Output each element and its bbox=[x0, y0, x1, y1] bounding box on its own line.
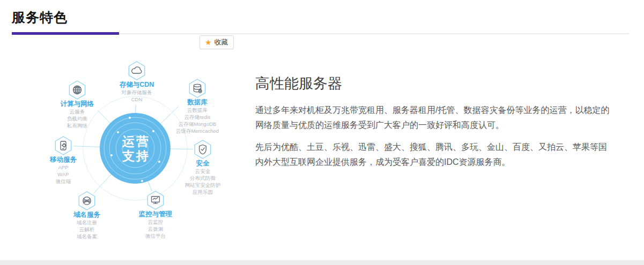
favorite-label: 收藏 bbox=[214, 37, 228, 47]
node-item: 云数据库 bbox=[187, 107, 208, 113]
page-title: 服务特色 bbox=[12, 9, 632, 26]
node-item: 应用乐园 bbox=[193, 189, 213, 195]
center-circle bbox=[100, 113, 171, 184]
diagram-node-monitoring: 监控与管理 云监控 云拨测 微信平台 bbox=[139, 191, 173, 239]
node-item: 微信平台 bbox=[145, 233, 166, 239]
hexagon bbox=[195, 140, 210, 158]
node-item: 云服务 bbox=[70, 109, 85, 115]
center-hub: 运营 支持 bbox=[100, 113, 171, 184]
node-item: 微信端 bbox=[56, 178, 71, 184]
node-label: 存储与CDN bbox=[119, 81, 154, 88]
node-item: 云监控 bbox=[148, 219, 164, 225]
diagram-node-computing-network: 计算与网络 云服务 负载均衡 私有网络 bbox=[60, 81, 94, 128]
diagram-node-security: 安全 云安全 分布式防御 网站宝安全防护 应用乐园 bbox=[185, 140, 221, 195]
diagram-node-storage-cdn: 存储与CDN 对象存储服务 CDN bbox=[119, 62, 154, 102]
diagram-node-mobile: 移动服务 APP WAP 微信端 bbox=[49, 137, 77, 184]
service-diagram: 运营 支持 计算与网络 云服务 负载均衡 私有网络 存储与CDN 对象存储服务 … bbox=[30, 52, 255, 259]
hexagon bbox=[189, 79, 205, 97]
node-item: 云存储redis bbox=[184, 114, 210, 120]
favorite-button[interactable]: ★ 收藏 bbox=[199, 35, 234, 49]
node-item: 网站宝安全防护 bbox=[185, 182, 221, 188]
feature-paragraph-2: 先后为优酷、土豆、乐视、迅雷、盛大、搜狐、腾讯、多玩、金山、百度、又拍云、苹果等… bbox=[255, 140, 612, 169]
star-icon: ★ bbox=[205, 39, 212, 46]
bottom-divider bbox=[0, 260, 644, 265]
center-label-line1: 运营 bbox=[122, 134, 150, 148]
hexagon bbox=[129, 62, 144, 80]
section-header: 服务特色 bbox=[0, 0, 644, 35]
title-underline bbox=[12, 32, 632, 35]
node-label: 移动服务 bbox=[49, 156, 77, 163]
node-item: WAP bbox=[57, 171, 69, 177]
title-underline-track bbox=[119, 33, 629, 34]
hexagon bbox=[147, 191, 163, 209]
node-item: 私有网络 bbox=[66, 123, 88, 128]
node-item: 域名注册 bbox=[76, 219, 97, 225]
node-label: 计算与网络 bbox=[60, 100, 94, 108]
node-item: 域名备案 bbox=[76, 233, 98, 239]
hexagon bbox=[55, 137, 71, 155]
title-underline-accent bbox=[12, 32, 119, 35]
node-label: 域名服务 bbox=[73, 211, 101, 218]
node-item: 云缓存Memcached bbox=[176, 128, 219, 134]
node-label: 数据库 bbox=[187, 99, 208, 106]
node-item: APP bbox=[58, 164, 68, 170]
node-item: CDN bbox=[131, 96, 143, 102]
node-item: 云安全 bbox=[195, 168, 211, 174]
feature-heading: 高性能服务器 bbox=[255, 74, 612, 93]
globe-grid-icon bbox=[73, 86, 82, 94]
node-label: 监控与管理 bbox=[139, 210, 173, 218]
feature-paragraph-1: 通过多年来对机柜及万兆带宽租用、服务器租用/托管、数据容灾备份等业务的运营，以稳… bbox=[255, 103, 612, 132]
diagram-node-domain: www 域名服务 域名注册 云解析 域名备案 bbox=[73, 192, 101, 239]
node-item: 负载均衡 bbox=[67, 116, 87, 122]
node-item: 云存储MongoDB bbox=[179, 121, 217, 127]
feature-content: 高性能服务器 通过多年来对机柜及万兆带宽租用、服务器租用/托管、数据容灾备份等业… bbox=[255, 74, 612, 177]
center-label-line2: 支持 bbox=[122, 149, 150, 163]
node-item: 云拨测 bbox=[148, 226, 164, 232]
www-icon-text: www bbox=[83, 199, 91, 202]
node-item: 分布式防御 bbox=[189, 175, 216, 181]
node-item: 对象存储服务 bbox=[122, 89, 153, 95]
node-item: 云解析 bbox=[79, 226, 95, 232]
node-label: 安全 bbox=[196, 160, 210, 167]
diagram-node-database: 数据库 云数据库 云存储redis 云存储MongoDB 云缓存Memcache… bbox=[176, 79, 219, 134]
